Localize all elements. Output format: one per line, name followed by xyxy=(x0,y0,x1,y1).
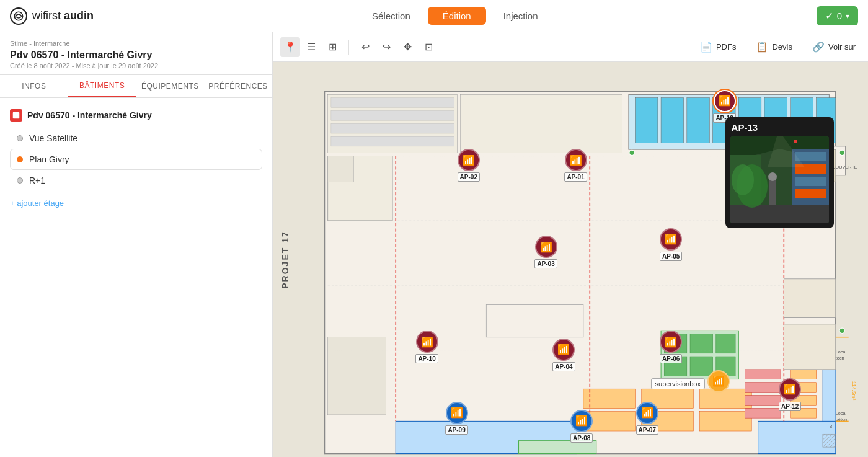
ap-circle[interactable]: 📶 xyxy=(416,331,438,353)
wifi-icon: 📶 xyxy=(557,344,570,355)
toolbar-move-button[interactable]: ✥ xyxy=(397,37,417,57)
ap-marker-ap01[interactable]: 📶 AP-01 xyxy=(564,149,587,182)
ap-label: AP-10 xyxy=(415,354,438,363)
ap-circle[interactable]: 📶 xyxy=(458,149,480,171)
svg-rect-61 xyxy=(784,324,835,370)
ap-circle[interactable]: 📶 xyxy=(707,370,730,393)
tab-selection[interactable]: Sélection xyxy=(357,7,425,25)
ap-label: AP-05 xyxy=(660,252,682,261)
ap-circle[interactable]: 📶 xyxy=(636,402,658,424)
toolbar-list-button[interactable]: ☰ xyxy=(301,37,321,57)
building-name: Pdv 06570 - Intermarché Givry xyxy=(27,110,152,120)
svg-point-65 xyxy=(629,150,634,155)
wifi-icon: 📶 xyxy=(421,336,433,348)
sidebar-header: Stime - Intermarche Pdv 06570 - Intermar… xyxy=(0,32,272,75)
tab-equipements[interactable]: ÉQUIPEMENTS xyxy=(136,75,205,97)
floor-item-vue-satellite[interactable]: Vue Satellite xyxy=(10,128,262,149)
toolbar-pin-button[interactable]: 📍 xyxy=(280,37,300,57)
svg-rect-64 xyxy=(519,441,596,454)
ap-marker-ap05[interactable]: 📶 AP-05 xyxy=(660,228,682,261)
floor-dot xyxy=(17,177,23,184)
tab-edition[interactable]: Édition xyxy=(428,7,486,25)
ap-label: AP-04 xyxy=(552,362,575,371)
pdfs-button[interactable]: 📄 PDFs xyxy=(695,38,742,55)
sidebar-body: Pdv 06570 - Intermarché Givry Vue Satell… xyxy=(0,98,272,457)
ap-circle[interactable]: 📶 xyxy=(570,410,593,432)
external-link-icon: 🔗 xyxy=(812,41,825,53)
ap-marker-ap03[interactable]: 📶 AP-03 xyxy=(534,236,557,268)
breadcrumb: Stime - Intermarche xyxy=(10,40,262,47)
add-floor-button[interactable]: + ajouter étage xyxy=(10,196,262,210)
wifi-icon: 📶 xyxy=(784,383,796,395)
svg-rect-38 xyxy=(745,370,781,379)
floor-label: Plan Givry xyxy=(29,154,69,164)
devis-label: Devis xyxy=(772,42,792,51)
wifi-icon: 📶 xyxy=(712,375,725,387)
ap-marker-ap12[interactable]: 📶 AP-12 xyxy=(779,378,801,411)
ap-circle[interactable]: 📶 xyxy=(779,378,801,401)
wifi-icon: 📶 xyxy=(463,154,475,166)
voir-sur-label: Voir sur xyxy=(828,42,856,51)
svg-rect-19 xyxy=(331,136,454,146)
floor-item-r1[interactable]: R+1 xyxy=(10,170,262,191)
svg-rect-80 xyxy=(730,205,829,223)
tab-injection[interactable]: Injection xyxy=(489,7,553,25)
svg-rect-86 xyxy=(769,180,776,205)
svg-rect-58 xyxy=(328,156,354,182)
ap-circle[interactable]: 📶 xyxy=(565,149,587,171)
ap-marker-ap08[interactable]: 📶 AP-08 xyxy=(570,410,593,443)
floor-list: Vue Satellite Plan Givry R+1 xyxy=(10,128,262,191)
ap-circle[interactable]: 📶 xyxy=(552,339,575,361)
svg-rect-1 xyxy=(13,112,20,119)
svg-rect-60 xyxy=(784,279,835,318)
ap-circle[interactable]: 📶 xyxy=(535,236,557,258)
floor-plan-container[interactable]: Dalle Lissée SUR COUVERTE xyxy=(273,62,868,457)
wifi-icon: 📶 xyxy=(451,407,463,419)
building-icon xyxy=(10,109,22,122)
svg-text:tech: tech xyxy=(836,355,844,361)
ap-marker-ap02[interactable]: 📶 AP-02 xyxy=(458,149,480,182)
pdfs-label: PDFs xyxy=(716,42,737,51)
voir-sur-button[interactable]: 🔗 Voir sur xyxy=(807,38,861,55)
svg-rect-17 xyxy=(331,111,454,121)
toolbar-separator-1 xyxy=(348,40,349,55)
floor-item-plan-givry[interactable]: Plan Givry xyxy=(10,149,262,170)
toolbar-redo-button[interactable]: ↪ xyxy=(376,37,396,57)
ap-marker-ap07[interactable]: 📶 AP-07 xyxy=(636,402,658,435)
ap-circle[interactable]: 📶 xyxy=(660,331,682,353)
svg-rect-7 xyxy=(635,98,658,143)
svg-rect-84 xyxy=(795,177,826,186)
svg-rect-62 xyxy=(823,434,836,447)
ap-marker-ap10[interactable]: 📶 AP-10 xyxy=(415,331,438,363)
tab-infos[interactable]: INFOS xyxy=(0,75,68,97)
main-content: Stime - Intermarche Pdv 06570 - Intermar… xyxy=(0,32,868,457)
tab-preferences[interactable]: PRÉFÉRENCES xyxy=(204,75,272,97)
devis-button[interactable]: 📋 Devis xyxy=(751,38,797,55)
toolbar-select-button[interactable]: ⊡ xyxy=(418,37,438,57)
toolbar-grid-button[interactable]: ⊞ xyxy=(322,37,342,57)
svg-rect-32 xyxy=(583,389,635,408)
ap-marker-ap04[interactable]: 📶 AP-04 xyxy=(552,339,575,371)
ap-marker-ap09[interactable]: 📶 AP-09 xyxy=(445,402,467,435)
svg-point-89 xyxy=(732,164,754,195)
svg-rect-82 xyxy=(795,152,826,161)
map-area: 📍 ☰ ⊞ ↩ ↪ ✥ ⊡ 📄 PDFs 📋 Devis xyxy=(273,32,868,457)
counter-button[interactable]: ✓ 0 ▾ xyxy=(817,6,858,25)
wifi-icon: 📶 xyxy=(665,233,677,245)
ap-marker-ap06[interactable]: 📶 AP-06 xyxy=(660,331,682,363)
ap-circle[interactable]: 📶 xyxy=(660,228,682,251)
ap-circle[interactable]: 📶 xyxy=(446,402,468,424)
toolbar-undo-button[interactable]: ↩ xyxy=(355,37,375,57)
devis-icon: 📋 xyxy=(756,41,768,53)
wifi-icon: 📶 xyxy=(570,154,582,166)
tab-batiments[interactable]: BÂTIMENTS xyxy=(68,75,136,97)
ap-label: AP-02 xyxy=(458,172,480,182)
app-header: wifirst audin Sélection Édition Injectio… xyxy=(0,0,868,32)
ap-label: AP-12 xyxy=(779,402,801,411)
svg-text:Local: Local xyxy=(836,349,847,355)
ap-marker-supbox[interactable]: 📶 xyxy=(707,370,730,393)
ap-circle-selected[interactable]: 📶 xyxy=(714,90,736,112)
svg-point-91 xyxy=(794,140,797,143)
svg-point-66 xyxy=(839,150,844,155)
svg-text:B: B xyxy=(829,424,832,429)
